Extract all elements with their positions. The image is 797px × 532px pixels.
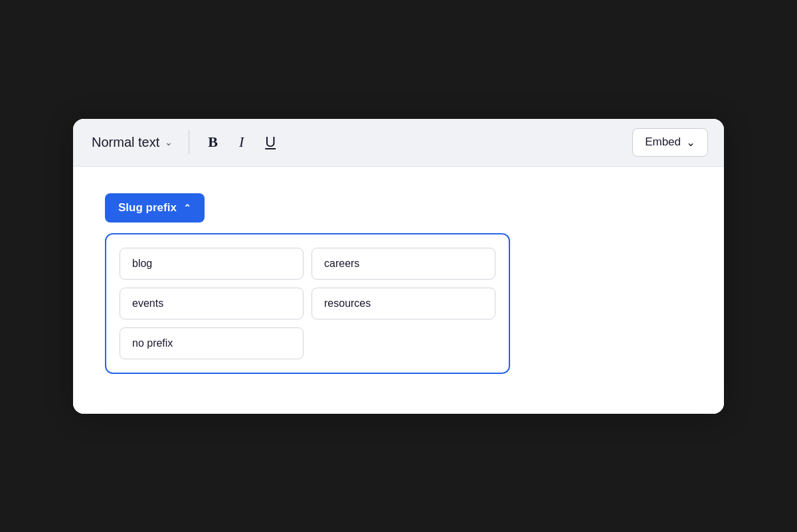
embed-chevron-icon: ⌄ (686, 135, 695, 149)
italic-button[interactable]: I (234, 131, 249, 153)
slug-option-events[interactable]: events (120, 288, 304, 319)
slug-prefix-dropdown: blog careers events resources no prefix (105, 233, 510, 374)
embed-button[interactable]: Embed ⌄ (632, 128, 708, 157)
slug-option-no-prefix[interactable]: no prefix (120, 327, 304, 359)
underline-button[interactable]: U (260, 131, 281, 153)
text-style-dropdown[interactable]: Normal text ⌄ (89, 130, 175, 155)
slug-options-grid: blog careers events resources no prefix (120, 248, 495, 359)
text-style-chevron-icon: ⌄ (165, 137, 173, 147)
format-buttons: B I U (203, 131, 281, 153)
slug-option-resources[interactable]: resources (311, 288, 495, 319)
toolbar-divider (189, 130, 189, 154)
toolbar-left: Normal text ⌄ (89, 130, 175, 155)
editor-container: Normal text ⌄ B I U Embed ⌄ Sl (73, 119, 724, 414)
text-style-label: Normal text (92, 135, 159, 150)
slug-prefix-chevron-icon: ⌃ (183, 203, 191, 213)
editor-body: Slug prefix ⌃ blog careers events resour… (73, 167, 724, 414)
toolbar: Normal text ⌄ B I U Embed ⌄ (73, 119, 724, 167)
slug-option-blog[interactable]: blog (120, 248, 304, 280)
toolbar-right: Embed ⌄ (632, 128, 708, 157)
slug-prefix-label: Slug prefix (118, 201, 177, 215)
bold-button[interactable]: B (203, 131, 223, 153)
slug-prefix-button[interactable]: Slug prefix ⌃ (105, 193, 205, 222)
embed-label: Embed (645, 135, 681, 149)
slug-option-careers[interactable]: careers (311, 248, 495, 280)
